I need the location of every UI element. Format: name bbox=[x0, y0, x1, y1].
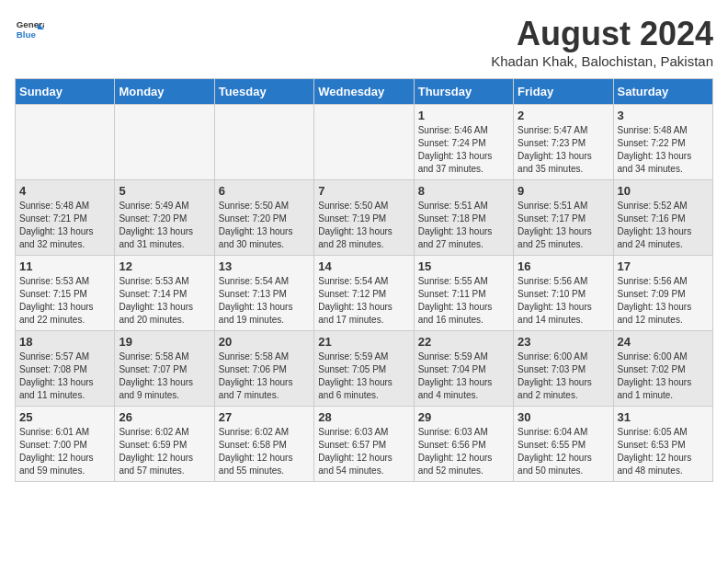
day-number: 22 bbox=[418, 335, 509, 349]
weekday-header-sunday: Sunday bbox=[16, 79, 115, 105]
day-info: Sunrise: 5:56 AM Sunset: 7:09 PM Dayligh… bbox=[618, 275, 709, 327]
day-number: 23 bbox=[518, 335, 609, 349]
day-number: 12 bbox=[119, 259, 210, 273]
day-number: 11 bbox=[19, 259, 110, 273]
day-number: 3 bbox=[618, 109, 709, 122]
calendar-cell: 12Sunrise: 5:53 AM Sunset: 7:14 PM Dayli… bbox=[115, 256, 214, 331]
day-number: 26 bbox=[119, 410, 210, 424]
day-info: Sunrise: 6:03 AM Sunset: 6:57 PM Dayligh… bbox=[318, 426, 409, 477]
calendar-cell: 30Sunrise: 6:04 AM Sunset: 6:55 PM Dayli… bbox=[514, 407, 613, 482]
day-info: Sunrise: 5:48 AM Sunset: 7:21 PM Dayligh… bbox=[19, 200, 110, 251]
calendar-cell: 18Sunrise: 5:57 AM Sunset: 7:08 PM Dayli… bbox=[16, 331, 115, 407]
day-info: Sunrise: 6:02 AM Sunset: 6:58 PM Dayligh… bbox=[219, 426, 310, 477]
calendar-cell: 25Sunrise: 6:01 AM Sunset: 7:00 PM Dayli… bbox=[16, 407, 115, 482]
location-subtitle: Khadan Khak, Balochistan, Pakistan bbox=[491, 53, 713, 69]
day-info: Sunrise: 6:03 AM Sunset: 6:56 PM Dayligh… bbox=[418, 426, 509, 477]
day-number: 14 bbox=[318, 259, 409, 273]
day-number: 4 bbox=[19, 184, 110, 198]
calendar-cell: 3Sunrise: 5:48 AM Sunset: 7:22 PM Daylig… bbox=[613, 105, 712, 180]
day-info: Sunrise: 6:05 AM Sunset: 6:53 PM Dayligh… bbox=[618, 426, 709, 477]
day-info: Sunrise: 5:53 AM Sunset: 7:14 PM Dayligh… bbox=[119, 275, 210, 327]
calendar-week-row: 11Sunrise: 5:53 AM Sunset: 7:15 PM Dayli… bbox=[16, 256, 713, 331]
day-info: Sunrise: 5:53 AM Sunset: 7:15 PM Dayligh… bbox=[19, 275, 110, 327]
day-number: 31 bbox=[618, 410, 709, 424]
day-info: Sunrise: 5:51 AM Sunset: 7:17 PM Dayligh… bbox=[518, 200, 609, 251]
day-info: Sunrise: 6:00 AM Sunset: 7:03 PM Dayligh… bbox=[518, 350, 609, 402]
calendar-week-row: 18Sunrise: 5:57 AM Sunset: 7:08 PM Dayli… bbox=[16, 331, 713, 407]
calendar-week-row: 1Sunrise: 5:46 AM Sunset: 7:24 PM Daylig… bbox=[16, 105, 713, 180]
day-info: Sunrise: 5:46 AM Sunset: 7:24 PM Dayligh… bbox=[418, 124, 509, 176]
calendar-week-row: 4Sunrise: 5:48 AM Sunset: 7:21 PM Daylig… bbox=[16, 180, 713, 256]
day-number: 21 bbox=[318, 335, 409, 349]
calendar-cell: 6Sunrise: 5:50 AM Sunset: 7:20 PM Daylig… bbox=[214, 180, 313, 256]
day-info: Sunrise: 6:00 AM Sunset: 7:02 PM Dayligh… bbox=[618, 350, 709, 402]
calendar-cell: 5Sunrise: 5:49 AM Sunset: 7:20 PM Daylig… bbox=[115, 180, 214, 256]
day-number: 27 bbox=[219, 410, 310, 424]
day-number: 9 bbox=[518, 184, 609, 198]
day-info: Sunrise: 5:58 AM Sunset: 7:07 PM Dayligh… bbox=[119, 350, 210, 402]
calendar-cell: 4Sunrise: 5:48 AM Sunset: 7:21 PM Daylig… bbox=[16, 180, 115, 256]
day-number: 2 bbox=[518, 109, 609, 122]
calendar-cell bbox=[115, 105, 214, 180]
page-header: General Blue August 2024 Khadan Khak, Ba… bbox=[15, 15, 713, 69]
calendar-cell: 9Sunrise: 5:51 AM Sunset: 7:17 PM Daylig… bbox=[514, 180, 613, 256]
day-number: 29 bbox=[418, 410, 509, 424]
day-info: Sunrise: 5:52 AM Sunset: 7:16 PM Dayligh… bbox=[618, 200, 709, 251]
calendar-cell: 11Sunrise: 5:53 AM Sunset: 7:15 PM Dayli… bbox=[16, 256, 115, 331]
day-number: 16 bbox=[518, 259, 609, 273]
day-info: Sunrise: 6:01 AM Sunset: 7:00 PM Dayligh… bbox=[19, 426, 110, 477]
day-info: Sunrise: 5:47 AM Sunset: 7:23 PM Dayligh… bbox=[518, 124, 609, 176]
weekday-header-tuesday: Tuesday bbox=[214, 79, 313, 105]
day-number: 7 bbox=[318, 184, 409, 198]
calendar-cell bbox=[214, 105, 313, 180]
day-info: Sunrise: 5:54 AM Sunset: 7:12 PM Dayligh… bbox=[318, 275, 409, 327]
weekday-header-friday: Friday bbox=[514, 79, 613, 105]
calendar-cell: 13Sunrise: 5:54 AM Sunset: 7:13 PM Dayli… bbox=[214, 256, 313, 331]
calendar-cell: 10Sunrise: 5:52 AM Sunset: 7:16 PM Dayli… bbox=[613, 180, 712, 256]
weekday-header-saturday: Saturday bbox=[613, 79, 712, 105]
weekday-header-row: SundayMondayTuesdayWednesdayThursdayFrid… bbox=[16, 79, 713, 105]
calendar-cell: 19Sunrise: 5:58 AM Sunset: 7:07 PM Dayli… bbox=[115, 331, 214, 407]
calendar-table: SundayMondayTuesdayWednesdayThursdayFrid… bbox=[15, 78, 713, 482]
day-number: 17 bbox=[618, 259, 709, 273]
day-number: 6 bbox=[219, 184, 310, 198]
day-number: 25 bbox=[19, 410, 110, 424]
day-info: Sunrise: 5:51 AM Sunset: 7:18 PM Dayligh… bbox=[418, 200, 509, 251]
title-block: August 2024 Khadan Khak, Balochistan, Pa… bbox=[491, 15, 713, 69]
calendar-cell: 27Sunrise: 6:02 AM Sunset: 6:58 PM Dayli… bbox=[214, 407, 313, 482]
calendar-cell: 24Sunrise: 6:00 AM Sunset: 7:02 PM Dayli… bbox=[613, 331, 712, 407]
calendar-cell: 15Sunrise: 5:55 AM Sunset: 7:11 PM Dayli… bbox=[414, 256, 513, 331]
day-number: 28 bbox=[318, 410, 409, 424]
weekday-header-monday: Monday bbox=[115, 79, 214, 105]
day-info: Sunrise: 5:59 AM Sunset: 7:04 PM Dayligh… bbox=[418, 350, 509, 402]
calendar-cell bbox=[314, 105, 414, 180]
logo-icon: General Blue bbox=[15, 15, 44, 44]
day-number: 19 bbox=[119, 335, 210, 349]
calendar-cell bbox=[16, 105, 115, 180]
weekday-header-wednesday: Wednesday bbox=[314, 79, 414, 105]
day-info: Sunrise: 5:55 AM Sunset: 7:11 PM Dayligh… bbox=[418, 275, 509, 327]
weekday-header-thursday: Thursday bbox=[414, 79, 513, 105]
calendar-cell: 23Sunrise: 6:00 AM Sunset: 7:03 PM Dayli… bbox=[514, 331, 613, 407]
calendar-cell: 29Sunrise: 6:03 AM Sunset: 6:56 PM Dayli… bbox=[414, 407, 513, 482]
month-year-title: August 2024 bbox=[491, 15, 713, 53]
calendar-cell: 1Sunrise: 5:46 AM Sunset: 7:24 PM Daylig… bbox=[414, 105, 513, 180]
day-info: Sunrise: 5:59 AM Sunset: 7:05 PM Dayligh… bbox=[318, 350, 409, 402]
day-number: 24 bbox=[618, 335, 709, 349]
calendar-week-row: 25Sunrise: 6:01 AM Sunset: 7:00 PM Dayli… bbox=[16, 407, 713, 482]
day-info: Sunrise: 5:54 AM Sunset: 7:13 PM Dayligh… bbox=[219, 275, 310, 327]
day-number: 30 bbox=[518, 410, 609, 424]
day-info: Sunrise: 5:50 AM Sunset: 7:20 PM Dayligh… bbox=[219, 200, 310, 251]
day-info: Sunrise: 5:56 AM Sunset: 7:10 PM Dayligh… bbox=[518, 275, 609, 327]
calendar-cell: 16Sunrise: 5:56 AM Sunset: 7:10 PM Dayli… bbox=[514, 256, 613, 331]
calendar-cell: 7Sunrise: 5:50 AM Sunset: 7:19 PM Daylig… bbox=[314, 180, 414, 256]
calendar-cell: 22Sunrise: 5:59 AM Sunset: 7:04 PM Dayli… bbox=[414, 331, 513, 407]
day-number: 13 bbox=[219, 259, 310, 273]
day-info: Sunrise: 5:50 AM Sunset: 7:19 PM Dayligh… bbox=[318, 200, 409, 251]
day-info: Sunrise: 6:04 AM Sunset: 6:55 PM Dayligh… bbox=[518, 426, 609, 477]
day-number: 18 bbox=[19, 335, 110, 349]
calendar-cell: 21Sunrise: 5:59 AM Sunset: 7:05 PM Dayli… bbox=[314, 331, 414, 407]
calendar-cell: 14Sunrise: 5:54 AM Sunset: 7:12 PM Dayli… bbox=[314, 256, 414, 331]
calendar-cell: 31Sunrise: 6:05 AM Sunset: 6:53 PM Dayli… bbox=[613, 407, 712, 482]
day-number: 20 bbox=[219, 335, 310, 349]
